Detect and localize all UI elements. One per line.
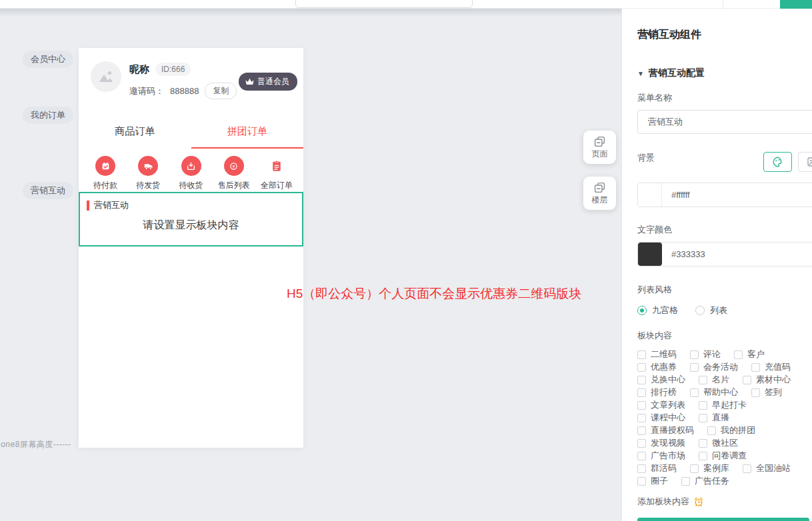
checkbox-row: 直播授权码我的拼团: [637, 426, 812, 435]
radio-list-style[interactable]: 列表: [695, 304, 727, 316]
background-color-mode-button[interactable]: [763, 152, 792, 172]
checkbox-icon[interactable]: [637, 401, 646, 410]
checkbox-icon[interactable]: [637, 414, 646, 422]
checkbox-icon[interactable]: [707, 426, 716, 435]
checkbox-icon[interactable]: [637, 388, 646, 397]
config-section-title: 营销互动配置: [649, 67, 705, 79]
block-content-label: 板块内容: [637, 330, 812, 342]
checkbox-item[interactable]: 直播授权码: [637, 424, 694, 436]
checkbox-icon[interactable]: [751, 363, 760, 372]
checkbox-icon[interactable]: [637, 426, 646, 435]
order-item-all-orders[interactable]: 全部订单: [255, 156, 298, 191]
toolbar-title-input[interactable]: [295, 0, 473, 8]
checkbox-icon[interactable]: [637, 363, 646, 372]
checkbox-icon[interactable]: [751, 388, 760, 397]
order-item-label: 全部订单: [261, 180, 293, 191]
checkbox-icon[interactable]: [690, 350, 699, 359]
tab-goods-orders[interactable]: 商品订单: [79, 120, 191, 143]
checkbox-icon[interactable]: [699, 439, 707, 448]
checkbox-item[interactable]: 微社区: [699, 437, 738, 449]
text-color-swatch[interactable]: [638, 243, 662, 266]
checkbox-item[interactable]: 排行榜: [637, 386, 677, 398]
checkbox-icon[interactable]: [637, 477, 646, 486]
checkbox-item[interactable]: 充值码: [751, 361, 791, 373]
component-tag-marketing[interactable]: 营销互动: [23, 182, 73, 199]
checkbox-icon[interactable]: [699, 452, 707, 460]
checkbox-item[interactable]: 会务活动: [690, 361, 738, 373]
checkbox-icon[interactable]: [681, 477, 690, 486]
checkbox-item[interactable]: 圈子: [637, 475, 668, 487]
panel-title: 营销互动组件: [637, 28, 812, 42]
member-level-label: 普通会员: [257, 76, 289, 87]
checkbox-item[interactable]: 早起打卡: [699, 399, 747, 411]
tab-group-orders[interactable]: 拼团订单: [191, 120, 304, 143]
checkbox-item[interactable]: 评论: [690, 348, 721, 360]
checkbox-label: 课程中心: [651, 412, 685, 424]
settings-panel: 营销互动组件 ▼ 营销互动配置 菜单名称 营销互动 背景 #ffffff 文字颜…: [621, 9, 812, 521]
checkbox-icon[interactable]: [743, 376, 751, 384]
radio-selected-icon[interactable]: [637, 306, 647, 315]
page-layers-button[interactable]: 页面: [583, 131, 616, 164]
checkbox-icon[interactable]: [690, 388, 699, 397]
checkbox-item[interactable]: 兑换中心: [637, 374, 685, 386]
checkbox-icon[interactable]: [637, 452, 646, 460]
checkbox-item[interactable]: 优惠券: [637, 361, 677, 373]
invite-code-value: 888888: [170, 86, 199, 96]
checkbox-row: 圈子广告任务: [637, 476, 812, 486]
floor-layers-button[interactable]: 楼层: [583, 177, 616, 210]
checkbox-icon[interactable]: [637, 439, 646, 448]
component-tag-my-orders[interactable]: 我的订单: [23, 107, 73, 124]
phone-preview: 昵称 ID:666 邀请码： 888888 复制 普通会员 商品订单 拼团订单: [79, 48, 303, 448]
checkbox-item[interactable]: 帮助中心: [690, 386, 738, 398]
checkbox-item[interactable]: 素材中心: [743, 374, 791, 386]
checkbox-item[interactable]: 群活码: [637, 462, 677, 474]
checkbox-label: 群活码: [651, 462, 677, 474]
checkbox-icon[interactable]: [743, 464, 751, 473]
order-item-pending-shipment[interactable]: 待发货: [127, 156, 169, 191]
add-more-button[interactable]: 添加更多: [637, 518, 809, 521]
checkbox-item[interactable]: 发现视频: [637, 437, 685, 449]
checkbox-item[interactable]: 问卷调查: [699, 450, 747, 462]
h5-warning-annotation: H5（即公众号）个人页面不会显示优惠券二维码版块: [287, 285, 581, 302]
checkbox-item[interactable]: 二维码: [637, 348, 677, 360]
radio-unselected-icon[interactable]: [695, 306, 705, 315]
component-tag-member-center[interactable]: 会员中心: [23, 51, 73, 68]
checkbox-item[interactable]: 签到: [751, 386, 782, 398]
checkbox-icon[interactable]: [637, 350, 646, 359]
background-color-swatch[interactable]: [638, 183, 662, 207]
checkbox-item[interactable]: 直播: [699, 412, 729, 424]
checkbox-icon[interactable]: [699, 401, 707, 410]
checkbox-item[interactable]: 名片: [699, 374, 729, 386]
checkbox-item[interactable]: 文章列表: [637, 399, 685, 411]
text-color-input[interactable]: #333333: [637, 242, 812, 266]
copy-button[interactable]: 复制: [205, 83, 237, 99]
order-item-after-sales[interactable]: ¥ 售后列表: [213, 156, 255, 191]
background-color-input[interactable]: #ffffff: [637, 183, 812, 207]
checkbox-icon[interactable]: [637, 464, 646, 473]
radio-grid-style[interactable]: 九宫格: [637, 304, 678, 316]
checkbox-icon[interactable]: [734, 350, 743, 359]
checkbox-icon[interactable]: [699, 376, 707, 384]
checkbox-icon[interactable]: [690, 464, 699, 473]
background-image-mode-button[interactable]: [798, 152, 812, 172]
checkbox-item[interactable]: 全国油站: [743, 462, 791, 474]
checkbox-label: 微社区: [712, 437, 738, 449]
checkbox-grid: 二维码评论客户优惠券会务活动充值码兑换中心名片素材中心排行榜帮助中心签到文章列表…: [637, 350, 812, 486]
checkbox-item[interactable]: 课程中心: [637, 412, 685, 424]
config-section-header[interactable]: ▼ 营销互动配置: [637, 67, 812, 79]
checkbox-item[interactable]: 广告任务: [681, 475, 729, 487]
layers-icon: [593, 135, 606, 148]
checkbox-item[interactable]: 案例库: [690, 462, 729, 474]
menu-name-input[interactable]: 营销互动: [637, 110, 812, 134]
list-style-options: 九宫格 列表: [637, 304, 812, 316]
checkbox-icon[interactable]: [690, 363, 699, 372]
checkbox-item[interactable]: 我的拼团: [707, 424, 755, 436]
marketing-block-selected[interactable]: 营销互动 请设置显示板块内容: [79, 192, 303, 247]
checkbox-icon[interactable]: [637, 376, 646, 384]
order-item-pending-payment[interactable]: 待付款: [84, 156, 127, 191]
checkbox-item[interactable]: 广告市场: [637, 450, 685, 462]
checkbox-icon[interactable]: [699, 414, 707, 422]
toolbar-save-button[interactable]: [780, 0, 812, 9]
order-item-pending-receipt[interactable]: 待收货: [169, 156, 212, 191]
checkbox-item[interactable]: 客户: [734, 348, 765, 360]
